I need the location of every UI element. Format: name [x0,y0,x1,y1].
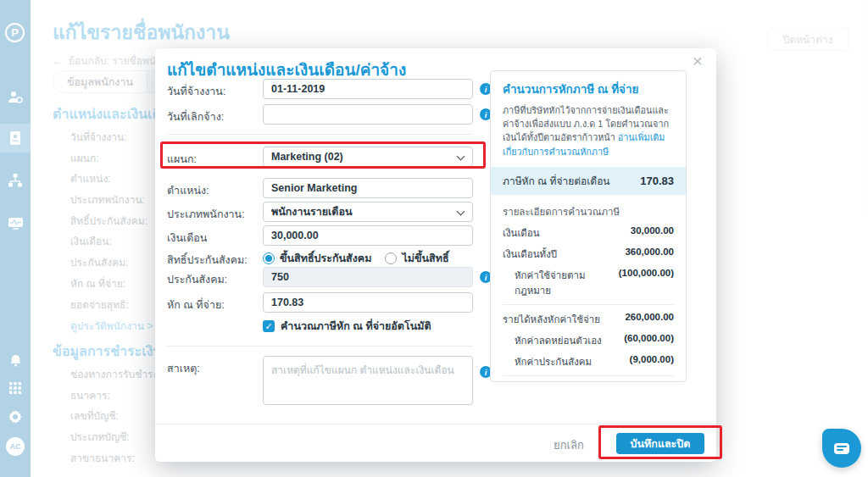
save-and-close-button[interactable]: บันทึกและปิด [616,433,704,454]
tax-row-annual-salary: เงินเดือนทั้งปี360,000.00 [503,243,674,264]
chat-widget-button[interactable] [822,429,861,468]
footer-divider [155,424,716,424]
reason-textarea[interactable] [263,356,473,405]
reason-row: สาเหตุ: i [167,356,491,407]
sso-rights-row: สิทธิ์ประกันสังคม: ขึ้นสิทธิ์ประกันสังคม… [167,247,491,264]
tax-detail-section-label: รายละเอียดการคำนวณภาษี [503,198,674,223]
tax-row-legal-expense: หักค่าใช้จ่ายตามกฎหมาย(100,000.00) [503,264,674,301]
sso-rights-off-radio[interactable] [385,252,397,264]
sso-rights-on-radio[interactable] [263,252,275,264]
divider [167,134,473,135]
divider [503,304,674,305]
tax-row-net-income: รายได้สุทธิ191,000.00 [503,380,674,382]
tax-row-personal-allowance: หักค่าลดหย่อนตัวเอง(60,000.00) [503,330,674,351]
divider [503,375,674,376]
tax-panel-description: ภาษีที่บริษัทหักไว้จากการจ่ายเงินเดือนแล… [503,103,674,158]
auto-calc-row: ✓ คำนวณภาษีหัก ณ ที่จ่ายอัตโนมัติ [167,318,491,333]
tax-row-salary: เงินเดือน30,000.00 [503,222,674,243]
chevron-down-icon [457,153,465,161]
tax-row-income-after-expense: รายได้หลังหักค่าใช้จ่าย260,000.00 [503,308,674,330]
tax-calculation-panel: คำนวนการหักภาษี ณ ที่จ่าย ภาษีที่บริษัทห… [490,70,687,382]
chat-bubble-icon [834,443,849,454]
hire-date-input[interactable] [263,79,473,99]
salary-input[interactable] [263,225,473,246]
auto-calc-checkbox[interactable]: ✓ [263,320,275,332]
tax-row-sso-deduction: หักค่าประกันสังคม(9,000.00) [503,351,674,372]
edit-position-salary-modal: แก้ไขตำแหน่งและเงินเดือน/ค่าจ้าง × วันที… [155,48,716,462]
chevron-down-icon [457,208,465,216]
close-icon[interactable]: × [693,52,703,69]
callout-arrow [490,293,497,308]
tax-panel-title: คำนวนการหักภาษี ณ ที่จ่าย [503,80,674,98]
monthly-withholding-highlight: ภาษีหัก ณ ที่จ่ายต่อเดือน 170.83 [491,167,686,195]
divider [167,346,473,347]
social-security-input [263,267,473,287]
position-input[interactable] [263,178,473,198]
department-select[interactable]: Marketing (02) [263,147,473,167]
cancel-button[interactable]: ยกเลิก [543,436,594,454]
withholding-input[interactable] [263,292,473,313]
employee-type-select[interactable]: พนักงานรายเดือน [263,202,473,222]
end-date-input[interactable] [263,104,473,125]
